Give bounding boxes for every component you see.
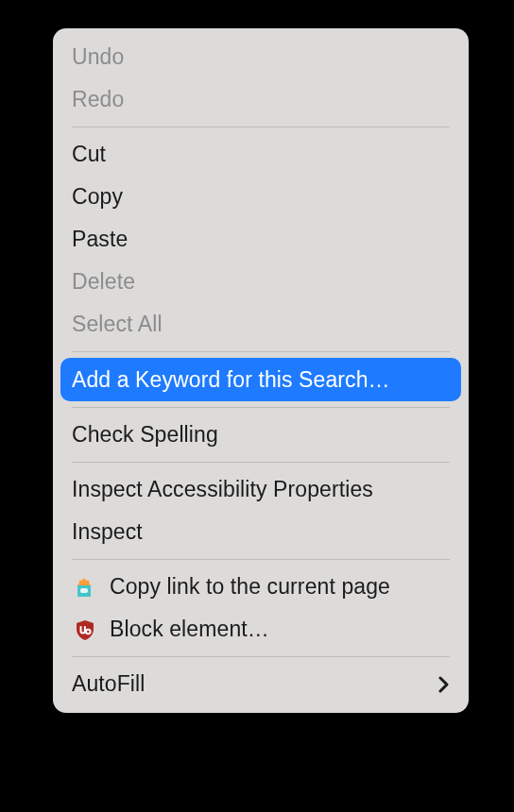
chevron-right-icon (438, 676, 450, 693)
menu-item-label: Copy (72, 184, 450, 210)
menu-item-label: Check Spelling (72, 422, 450, 448)
menu-separator (72, 559, 450, 560)
menu-item-cut[interactable]: Cut (53, 133, 469, 176)
menu-separator (72, 656, 450, 657)
menu-item-label: Select All (72, 312, 450, 337)
menu-item-label: Inspect Accessibility Properties (72, 477, 450, 502)
menu-item-label: Block element… (110, 617, 450, 642)
svg-point-1 (86, 580, 90, 584)
menu-item-label: Paste (72, 227, 450, 252)
menu-item-inspect-accessibility[interactable]: Inspect Accessibility Properties (53, 468, 469, 511)
menu-item-label: Redo (72, 87, 450, 112)
menu-item-copy[interactable]: Copy (53, 176, 469, 218)
menu-item-check-spelling[interactable]: Check Spelling (53, 414, 469, 456)
extension-icon (72, 574, 98, 601)
menu-separator (72, 127, 450, 127)
menu-item-label: Undo (72, 44, 450, 70)
menu-item-label: AutoFill (72, 671, 438, 697)
menu-item-select-all: Select All (53, 303, 469, 346)
menu-separator (72, 462, 450, 463)
menu-item-copy-link[interactable]: Copy link to the current page (53, 566, 469, 608)
menu-item-label: Add a Keyword for this Search… (72, 367, 450, 393)
menu-item-label: Cut (72, 142, 450, 167)
menu-item-undo: Undo (53, 36, 469, 78)
ublock-icon (72, 617, 98, 643)
menu-item-paste[interactable]: Paste (53, 218, 469, 261)
menu-item-autofill[interactable]: AutoFill (53, 663, 469, 705)
menu-separator (72, 407, 450, 408)
svg-rect-2 (80, 588, 88, 593)
menu-item-add-keyword[interactable]: Add a Keyword for this Search… (60, 358, 461, 401)
context-menu: Undo Redo Cut Copy Paste Delete Select A… (53, 28, 469, 713)
menu-item-label: Inspect (72, 519, 450, 545)
menu-separator (72, 351, 450, 352)
menu-item-inspect[interactable]: Inspect (53, 511, 469, 553)
menu-item-block-element[interactable]: Block element… (53, 608, 469, 651)
svg-point-0 (79, 580, 83, 584)
menu-item-label: Delete (72, 269, 450, 295)
menu-item-redo: Redo (53, 78, 469, 121)
menu-item-label: Copy link to the current page (110, 574, 450, 600)
menu-item-delete: Delete (53, 261, 469, 303)
